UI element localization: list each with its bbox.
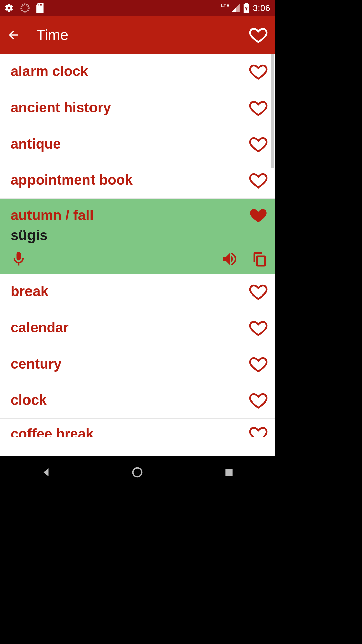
list-item[interactable]: antique: [0, 126, 275, 162]
list-item[interactable]: calendar: [0, 310, 275, 346]
heart-outline-icon[interactable]: [249, 355, 268, 374]
navigation-bar: [0, 456, 275, 488]
heart-outline-icon[interactable]: [249, 319, 268, 337]
word-label: autumn / fall: [11, 208, 249, 223]
signal-icon: [231, 4, 240, 12]
list-item[interactable]: century: [0, 346, 275, 382]
microphone-icon[interactable]: [10, 250, 27, 268]
word-label: appointment book: [11, 172, 249, 188]
word-label: coffee break: [11, 426, 249, 437]
status-bar: LTE 3:06: [0, 0, 275, 16]
heart-outline-icon[interactable]: [249, 25, 268, 44]
svg-rect-8: [225, 469, 232, 476]
page-title: Time: [36, 26, 68, 43]
svg-rect-6: [257, 256, 265, 266]
heart-outline-icon[interactable]: [249, 425, 268, 437]
word-label: antique: [11, 136, 249, 152]
svg-rect-1: [39, 4, 39, 5]
word-label: century: [11, 356, 249, 372]
list-item[interactable]: coffee break: [0, 419, 275, 437]
heart-outline-icon[interactable]: [249, 391, 268, 410]
gear-icon: [4, 3, 14, 13]
word-label: ancient history: [11, 100, 249, 115]
app-bar: Time: [0, 16, 275, 54]
back-arrow-icon[interactable]: [7, 28, 20, 42]
svg-point-0: [21, 4, 29, 12]
svg-rect-2: [40, 4, 41, 5]
nav-back-icon[interactable]: [36, 462, 56, 482]
list-item[interactable]: appointment book: [0, 162, 275, 199]
list-item-expanded[interactable]: autumn / fall sügis: [0, 199, 275, 274]
status-time: 3:06: [253, 3, 270, 13]
heart-outline-icon[interactable]: [249, 62, 268, 81]
svg-point-7: [133, 468, 142, 477]
list-item[interactable]: clock: [0, 382, 275, 419]
battery-charging-icon: [243, 3, 249, 13]
list-item[interactable]: ancient history: [0, 90, 275, 126]
word-label: break: [11, 284, 249, 299]
scroll-indicator[interactable]: [271, 54, 274, 168]
list-item[interactable]: break: [0, 274, 275, 310]
nav-recent-icon[interactable]: [219, 462, 239, 482]
word-label: calendar: [11, 320, 249, 335]
heart-outline-icon[interactable]: [249, 135, 268, 154]
heart-filled-icon[interactable]: [249, 206, 268, 225]
word-label: alarm clock: [11, 64, 249, 79]
nav-home-icon[interactable]: [127, 462, 147, 482]
word-list[interactable]: alarm clock ancient history antique appo…: [0, 54, 275, 456]
heart-outline-icon[interactable]: [249, 99, 268, 117]
lte-label: LTE: [221, 3, 229, 8]
heart-outline-icon[interactable]: [249, 282, 268, 301]
heart-outline-icon[interactable]: [249, 171, 268, 190]
list-item[interactable]: alarm clock: [0, 54, 275, 90]
svg-rect-3: [41, 4, 42, 5]
speaker-icon[interactable]: [221, 250, 238, 268]
svg-rect-5: [245, 3, 248, 4]
copy-icon[interactable]: [252, 251, 268, 267]
translation-label: sügis: [0, 227, 275, 248]
word-label: clock: [11, 392, 249, 408]
loading-icon: [20, 3, 30, 13]
sd-card-icon: [36, 3, 45, 13]
